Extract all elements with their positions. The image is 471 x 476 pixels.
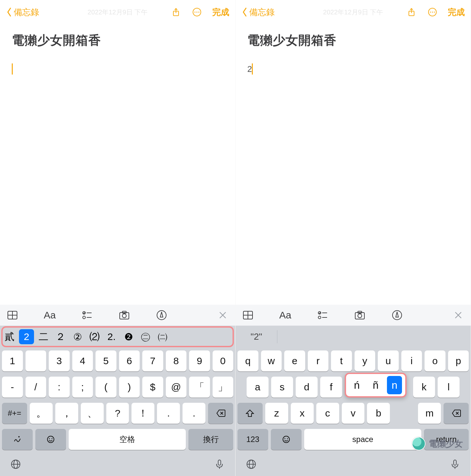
- candidate[interactable]: ②: [70, 329, 85, 344]
- key-lbracket-cjk[interactable]: 「: [189, 377, 210, 398]
- key-e[interactable]: e: [284, 350, 305, 371]
- candidate[interactable]: ⑵: [87, 329, 102, 344]
- key-blank[interactable]: [26, 350, 46, 371]
- key-rparen[interactable]: ): [119, 377, 140, 398]
- key-v[interactable]: v: [342, 403, 365, 424]
- table-icon[interactable]: [6, 309, 19, 322]
- key-u[interactable]: u: [378, 350, 399, 371]
- key-3[interactable]: 3: [49, 350, 70, 371]
- key-colon[interactable]: :: [49, 377, 70, 398]
- key-b[interactable]: b: [367, 403, 390, 424]
- key-lparen[interactable]: (: [96, 377, 116, 398]
- popup-option[interactable]: ń: [349, 376, 364, 394]
- key-space[interactable]: space: [304, 429, 422, 450]
- key-delete[interactable]: [444, 403, 469, 424]
- key-space[interactable]: 空格: [69, 429, 186, 450]
- key-k[interactable]: k: [413, 377, 435, 398]
- key-l[interactable]: l: [438, 377, 460, 398]
- close-icon[interactable]: [216, 309, 229, 322]
- candidate[interactable]: 2.: [104, 329, 119, 344]
- camera-icon[interactable]: [118, 309, 131, 322]
- text-format-button[interactable]: Aa: [43, 309, 56, 322]
- key-enum-comma[interactable]: 、: [81, 403, 104, 424]
- key-123[interactable]: 123: [237, 429, 268, 450]
- back-button[interactable]: 備忘錄: [6, 7, 39, 18]
- key-r[interactable]: r: [308, 350, 329, 371]
- key-m[interactable]: m: [418, 403, 441, 424]
- key-z[interactable]: z: [265, 403, 288, 424]
- key-dot[interactable]: .: [157, 403, 180, 424]
- key-period-cjk[interactable]: 。: [30, 403, 53, 424]
- key-c[interactable]: c: [316, 403, 339, 424]
- more-icon[interactable]: [427, 7, 438, 18]
- key-9[interactable]: 9: [189, 350, 210, 371]
- key-s[interactable]: s: [271, 377, 293, 398]
- key-w[interactable]: w: [261, 350, 282, 371]
- key-7[interactable]: 7: [142, 350, 163, 371]
- markup-icon[interactable]: [155, 309, 168, 322]
- n-long-press-popup[interactable]: ń ñ n: [345, 373, 407, 398]
- table-icon[interactable]: [241, 309, 254, 322]
- back-button[interactable]: 備忘錄: [241, 7, 275, 18]
- key-dash[interactable]: -: [2, 377, 23, 398]
- more-icon[interactable]: [191, 7, 202, 18]
- markup-icon[interactable]: [391, 309, 404, 322]
- key-emoji[interactable]: [35, 429, 66, 450]
- key-rbracket-cjk[interactable]: 」: [213, 377, 234, 398]
- close-icon[interactable]: [452, 309, 465, 322]
- popup-option-selected[interactable]: n: [387, 376, 402, 394]
- globe-icon[interactable]: [245, 458, 258, 471]
- key-d[interactable]: d: [296, 377, 318, 398]
- candidate[interactable]: ❷: [121, 329, 136, 344]
- key-8[interactable]: 8: [166, 350, 187, 371]
- candidate[interactable]: ㊁: [138, 329, 153, 344]
- key-x[interactable]: x: [291, 403, 314, 424]
- globe-icon[interactable]: [9, 458, 22, 471]
- key-question[interactable]: ?: [106, 403, 129, 424]
- key-shift[interactable]: [237, 403, 263, 424]
- note-body[interactable]: 電獺少女開箱香 2: [236, 24, 471, 305]
- share-icon[interactable]: [170, 7, 182, 18]
- text-format-button[interactable]: Aa: [279, 309, 292, 322]
- key-q[interactable]: q: [237, 350, 258, 371]
- candidate-quoted[interactable]: "2": [237, 332, 275, 342]
- key-0[interactable]: 0: [213, 350, 234, 371]
- checklist-icon[interactable]: [316, 309, 329, 322]
- key-at[interactable]: @: [166, 377, 187, 398]
- share-icon[interactable]: [406, 7, 417, 18]
- key-4[interactable]: 4: [72, 350, 93, 371]
- mic-icon[interactable]: [448, 458, 462, 471]
- checklist-icon[interactable]: [80, 309, 94, 322]
- key-i[interactable]: i: [401, 350, 422, 371]
- key-return[interactable]: 換行: [188, 429, 233, 450]
- key-semicolon[interactable]: ;: [72, 377, 93, 398]
- key-y[interactable]: y: [355, 350, 375, 371]
- key-t[interactable]: t: [331, 350, 352, 371]
- candidate-selected[interactable]: 2: [19, 329, 34, 344]
- key-p[interactable]: p: [448, 350, 469, 371]
- done-button[interactable]: 完成: [448, 7, 465, 18]
- candidate-row[interactable]: 貳 2 二 ２ ② ⑵ 2. ❷ ㊁ ㈡: [0, 326, 235, 348]
- done-button[interactable]: 完成: [212, 7, 229, 18]
- key-1[interactable]: 1: [2, 350, 23, 371]
- key-6[interactable]: 6: [119, 350, 140, 371]
- key-handwriting[interactable]: [2, 429, 33, 450]
- key-slash[interactable]: /: [26, 377, 46, 398]
- key-symbols-mode[interactable]: #+=: [2, 403, 27, 424]
- note-body[interactable]: 電獺少女開箱香: [0, 24, 235, 305]
- key-dot2[interactable]: .: [183, 403, 205, 424]
- camera-icon[interactable]: [353, 309, 366, 322]
- key-a[interactable]: a: [247, 377, 269, 398]
- candidate[interactable]: 二: [36, 329, 51, 344]
- key-o[interactable]: o: [425, 350, 445, 371]
- key-exclaim[interactable]: ！: [131, 403, 154, 424]
- key-emoji[interactable]: [271, 429, 302, 450]
- key-comma-cjk[interactable]: ，: [55, 403, 78, 424]
- key-delete[interactable]: [208, 403, 233, 424]
- key-f[interactable]: f: [320, 377, 342, 398]
- key-5[interactable]: 5: [96, 350, 116, 371]
- candidate-row[interactable]: "2": [236, 326, 471, 348]
- candidate[interactable]: ㈡: [155, 329, 170, 344]
- mic-icon[interactable]: [213, 458, 226, 471]
- key-dollar[interactable]: $: [142, 377, 163, 398]
